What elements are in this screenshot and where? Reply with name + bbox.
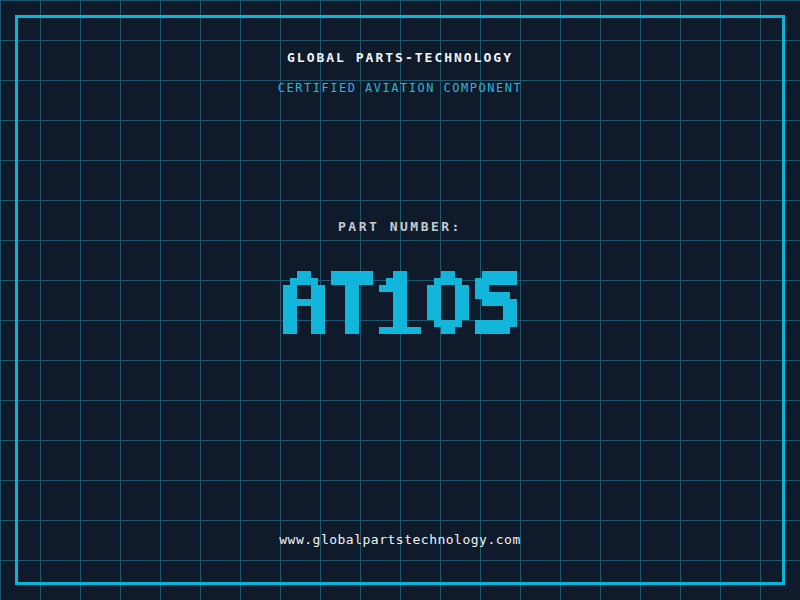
part-number-value [0, 271, 800, 334]
part-number-label: PART NUMBER: [0, 219, 800, 234]
company-title: GLOBAL PARTS-TECHNOLOGY [0, 50, 800, 65]
website-url: www.globalpartstechnology.com [0, 532, 800, 547]
certification-subtitle: CERTIFIED AVIATION COMPONENT [0, 81, 800, 95]
blueprint-page: GLOBAL PARTS-TECHNOLOGY CERTIFIED AVIATI… [0, 0, 800, 600]
